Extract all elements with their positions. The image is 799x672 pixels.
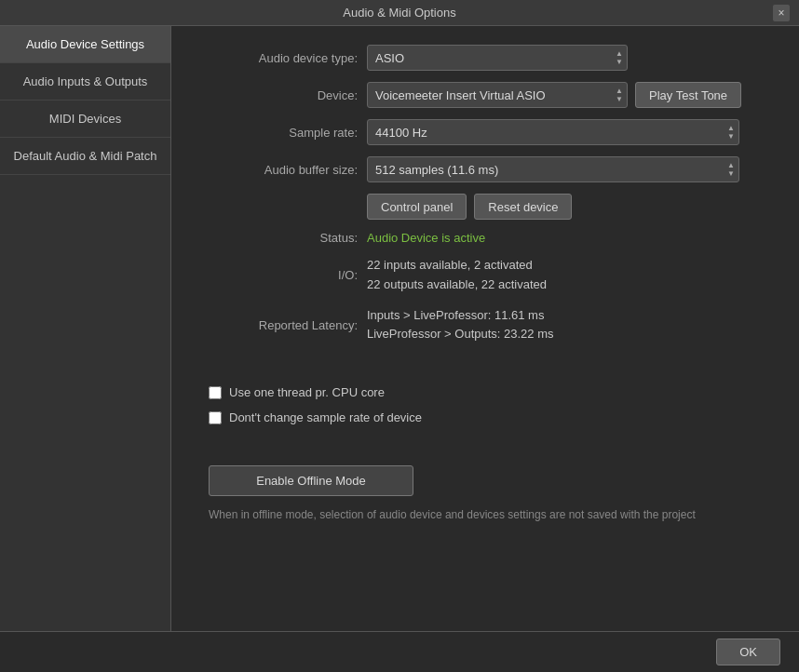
device-label: Device: [199, 88, 358, 102]
sidebar-item-audio-device-settings[interactable]: Audio Device Settings [0, 26, 170, 63]
spacer1 [199, 356, 771, 374]
device-control: Voicemeeter Insert Virtual ASIO ▲ ▼ Play… [367, 82, 771, 108]
title-bar: Audio & Midi Options × [0, 0, 799, 26]
offline-note: When in offline mode, selection of audio… [209, 507, 721, 523]
window-title: Audio & Midi Options [343, 6, 455, 20]
audio-device-type-row: Audio device type: ASIO ▲ ▼ [199, 45, 771, 71]
sample-rate-row: Sample rate: 44100 Hz ▲ ▼ [199, 119, 771, 145]
audio-buffer-size-select[interactable]: 512 samples (11.6 ms) ▲ ▼ [367, 156, 739, 182]
sidebar: Audio Device Settings Audio Inputs & Out… [0, 26, 171, 631]
ok-button[interactable]: OK [716, 638, 780, 665]
reported-latency-label: Reported Latency: [199, 318, 358, 332]
sidebar-item-midi-devices[interactable]: MIDI Devices [0, 101, 170, 138]
io-row: I/O: 22 inputs available, 2 activated 22… [199, 256, 771, 295]
sample-rate-down-arrow[interactable]: ▼ [727, 133, 735, 141]
sample-rate-select[interactable]: 44100 Hz ▲ ▼ [367, 119, 739, 145]
io-control: 22 inputs available, 2 activated 22 outp… [367, 256, 771, 295]
audio-device-type-control: ASIO ▲ ▼ [367, 45, 771, 71]
dont-change-sample-rate-label: Dont't change sample rate of device [229, 410, 422, 424]
latency-row: Reported Latency: Inputs > LiveProfessor… [199, 306, 771, 345]
reset-device-button[interactable]: Reset device [474, 194, 572, 220]
sample-rate-spinner[interactable]: ▲ ▼ [727, 125, 735, 141]
close-button[interactable]: × [773, 5, 790, 21]
io-line1: 22 inputs available, 2 activated [367, 256, 547, 276]
status-row: Status: Audio Device is active [199, 231, 771, 245]
audio-buffer-size-control: 512 samples (11.6 ms) ▲ ▼ [367, 156, 771, 182]
latency-control: Inputs > LiveProfessor: 11.61 ms LivePro… [367, 306, 771, 345]
latency-text: Inputs > LiveProfessor: 11.61 ms LivePro… [367, 306, 554, 345]
footer: OK [0, 631, 799, 672]
audio-buffer-size-label: Audio buffer size: [199, 163, 358, 177]
status-badge: Audio Device is active [367, 231, 485, 245]
enable-offline-mode-button[interactable]: Enable Offline Mode [209, 465, 413, 496]
device-row: Device: Voicemeeter Insert Virtual ASIO … [199, 82, 771, 108]
io-label: I/O: [199, 268, 358, 282]
audio-device-type-value: ASIO [368, 51, 432, 65]
dont-change-sample-rate-row: Dont't change sample rate of device [209, 410, 771, 424]
spacer2 [199, 436, 771, 454]
device-select[interactable]: Voicemeeter Insert Virtual ASIO ▲ ▼ [367, 82, 628, 108]
io-text: 22 inputs available, 2 activated 22 outp… [367, 256, 547, 295]
audio-buffer-size-spinner[interactable]: ▲ ▼ [727, 162, 735, 178]
sample-rate-control: 44100 Hz ▲ ▼ [367, 119, 771, 145]
device-up-arrow[interactable]: ▲ [616, 87, 623, 95]
audio-buffer-down-arrow[interactable]: ▼ [727, 170, 735, 178]
sample-rate-label: Sample rate: [199, 126, 358, 140]
io-line2: 22 outputs available, 22 activated [367, 276, 547, 295]
audio-device-type-down-arrow[interactable]: ▼ [616, 59, 623, 66]
control-reset-buttons: Control panel Reset device [367, 194, 771, 220]
audio-device-type-select[interactable]: ASIO ▲ ▼ [367, 45, 628, 71]
latency-line2: LiveProfessor > Outputs: 23.22 ms [367, 325, 554, 344]
dont-change-sample-rate-checkbox[interactable] [209, 411, 222, 424]
control-reset-row: Control panel Reset device [199, 194, 771, 220]
main-layout: Audio Device Settings Audio Inputs & Out… [0, 26, 799, 631]
control-panel-button[interactable]: Control panel [367, 194, 467, 220]
latency-line1: Inputs > LiveProfessor: 11.61 ms [367, 306, 554, 326]
device-down-arrow[interactable]: ▼ [616, 96, 623, 103]
use-one-thread-label: Use one thread pr. CPU core [229, 385, 385, 399]
audio-buffer-up-arrow[interactable]: ▲ [727, 162, 735, 169]
sample-rate-value: 44100 Hz [368, 126, 455, 140]
audio-device-type-label: Audio device type: [199, 51, 358, 65]
status-control: Audio Device is active [367, 231, 771, 245]
audio-device-type-spinner[interactable]: ▲ ▼ [616, 50, 623, 66]
audio-device-type-up-arrow[interactable]: ▲ [616, 50, 623, 58]
sidebar-item-audio-inputs-outputs[interactable]: Audio Inputs & Outputs [0, 63, 170, 101]
device-value: Voicemeeter Insert Virtual ASIO [368, 88, 574, 102]
content-area: Audio device type: ASIO ▲ ▼ Device: Voic… [171, 26, 799, 631]
audio-buffer-size-row: Audio buffer size: 512 samples (11.6 ms)… [199, 156, 771, 182]
use-one-thread-checkbox[interactable] [209, 386, 222, 399]
device-spinner[interactable]: ▲ ▼ [616, 87, 623, 103]
play-test-tone-button[interactable]: Play Test Tone [635, 82, 741, 108]
sidebar-item-default-audio-midi-patch[interactable]: Default Audio & Midi Patch [0, 138, 170, 175]
use-one-thread-row: Use one thread pr. CPU core [209, 385, 771, 399]
audio-buffer-size-value: 512 samples (11.6 ms) [368, 163, 526, 177]
status-label: Status: [199, 231, 358, 245]
sample-rate-up-arrow[interactable]: ▲ [727, 125, 735, 132]
